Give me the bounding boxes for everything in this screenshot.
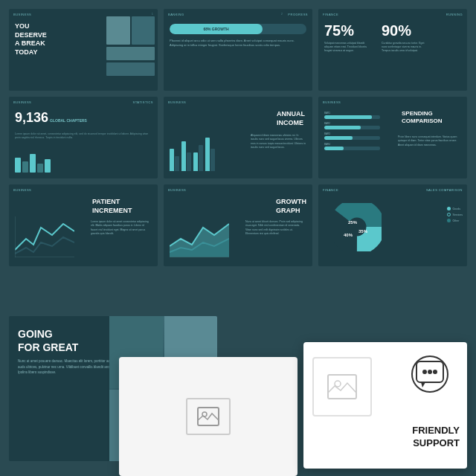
legend-goods: Goods <box>447 207 463 210</box>
svg-text:40%: 40% <box>344 233 353 237</box>
slide-6-title: SPENDINGCOMPARISON <box>402 110 461 126</box>
svg-point-15 <box>335 381 341 387</box>
slide-annual-income[interactable]: BUSINESS ANNUALINCOME Aliquam id diam ma… <box>164 97 312 178</box>
slide-2-label: BANKING <box>168 13 184 16</box>
slide-8-desc: Nunc ut amet loborti donsec. Proin sed a… <box>245 220 306 236</box>
slide-1-label: BUSINESS <box>13 13 31 16</box>
slide-patient[interactable]: BUSINESS PATIENTINCREMENT Lorem ipsum do… <box>9 184 158 266</box>
legend-other: Other <box>447 219 463 222</box>
going-content: GOINGFOR GREAT Nunc at amet posuere dans… <box>18 327 115 375</box>
slide-2-right-label: PROGRESS <box>288 13 308 16</box>
bar-2 <box>22 161 28 173</box>
going-desc: Nunc at amet posuere dansac. Maecitas el… <box>18 358 115 375</box>
bc-bar-3a <box>193 152 198 171</box>
slide-spending[interactable]: BUSINESS SPENDINGCOMPARISON Proin libero… <box>318 97 467 178</box>
stat-sub: GLOBAL CHAPTERS <box>50 118 87 123</box>
slide-friendly-support[interactable]: FRIENDLYSUPPORT <box>303 342 467 469</box>
hbar-row-2: BAR2 <box>324 122 380 129</box>
slide-1-images <box>106 16 155 76</box>
slide-statistics[interactable]: BUSINESS STATISTICS 9,136GLOBAL CHAPTERS… <box>9 97 158 178</box>
friendly-support-title: FRIENDLYSUPPORT <box>412 425 460 450</box>
bc-bar-4b <box>210 149 215 171</box>
bar-3 <box>30 154 36 173</box>
big-num-1: 75% Volutpat maecenas volutpat blandit a… <box>324 22 373 53</box>
slide-3-label: FINANCE <box>323 13 338 16</box>
bc-bar-2b <box>187 152 191 171</box>
bar-5 <box>45 159 51 173</box>
slide-9-label: FINANCE <box>323 188 338 192</box>
slide-1-num: 1 <box>152 12 153 16</box>
slide-8-title: GROWTHGRAPH <box>276 198 306 215</box>
slide-4-desc: Lorem ipsum dolor sit amet, consectetur … <box>15 132 152 141</box>
legend-services: Services <box>447 213 463 216</box>
slide-4-bars <box>15 154 51 173</box>
slide-4-label: BUSINESS <box>13 100 31 104</box>
slide-5-bar-chart <box>170 130 229 171</box>
svg-point-18 <box>428 370 432 374</box>
slide-7-line-chart <box>15 216 74 257</box>
chat-icon <box>411 356 448 393</box>
slide-2-num: 2 <box>281 12 283 16</box>
progress-description: Placerat id aliquet arcu odio ut sem nul… <box>170 39 306 47</box>
slides-grid: BUSINESS 1 YOUDESERVEA BREAKTODAY BANKIN… <box>0 0 476 266</box>
slide-sales[interactable]: FINANCE SALES COMPARISON 25% 35% 40% Goo… <box>318 184 467 266</box>
slide-5-label: BUSINESS <box>168 100 186 104</box>
bc-bar-1a <box>170 149 174 171</box>
slide-1-title: YOUDESERVEA BREAKTODAY <box>15 22 47 57</box>
progress-bar-fill: 68% GROWTH <box>170 24 263 34</box>
slide-7-label: BUSINESS <box>13 188 31 192</box>
slide-growth[interactable]: BUSINESS GROWTHGRAPH Nunc ut amet lobort… <box>164 184 312 266</box>
slide-5-desc: Aliquam id diam maecenas ultricies mi. I… <box>251 134 306 149</box>
slide-3-numbers: 75% Volutpat maecenas volutpat blandit a… <box>324 22 430 53</box>
slide-9-legend: Goods Services Other <box>447 207 463 225</box>
slide-6-desc: Proin libero nunc consequat interdum. Va… <box>398 135 461 147</box>
legend-dot-services <box>447 213 451 216</box>
svg-rect-14 <box>328 375 356 399</box>
going-title: GOINGFOR GREAT <box>18 327 115 354</box>
bar-1 <box>15 158 21 173</box>
progress-bar-text: 68% GROWTH <box>203 27 228 31</box>
svg-marker-20 <box>421 382 425 387</box>
svg-text:25%: 25% <box>348 220 358 225</box>
svg-point-19 <box>433 370 437 374</box>
slide-4-right-label: STATISTICS <box>132 100 153 104</box>
big-num-2: 90% Curabitur gravida arcu ac tortor. Eg… <box>382 22 430 53</box>
bc-bar-2a <box>181 141 186 171</box>
slide-medium-image[interactable] <box>119 357 298 476</box>
slide-6-horiz-bars: BAR1 BAR2 BAR3 BAR4 <box>324 112 380 153</box>
medium-image-placeholder <box>186 398 231 435</box>
hbar-row-3: BAR3 <box>324 132 380 140</box>
svg-point-17 <box>422 370 427 374</box>
slide-4-number: 9,136GLOBAL CHAPTERS <box>15 110 87 126</box>
hbar-row-1: BAR1 <box>324 112 380 119</box>
slide-5-title: ANNUALINCOME <box>277 110 305 127</box>
white-image-area <box>312 357 372 416</box>
slide-you-deserve[interactable]: BUSINESS 1 YOUDESERVEA BREAKTODAY <box>9 9 158 91</box>
slide-2-progress: 68% GROWTH Placerat id aliquet arcu odio… <box>170 24 306 47</box>
legend-dot-other <box>447 219 451 222</box>
slide-9-right-label: SALES COMPARISON <box>426 188 463 192</box>
bc-bar-1b <box>175 156 179 171</box>
slide-9-pie: 25% 35% 40% <box>333 203 382 251</box>
bc-bar-3b <box>199 145 203 171</box>
bottom-section: GOINGFOR GREAT Nunc at amet posuere dans… <box>0 305 476 476</box>
slide-7-desc: Lorem ipsum dolor sit amet consectetur a… <box>91 220 152 236</box>
bc-bar-4a <box>205 138 210 171</box>
hbar-row-4: BAR4 <box>324 143 380 150</box>
slide-8-label: BUSINESS <box>168 188 186 192</box>
slide-3-right-label: RUNNING <box>446 13 463 16</box>
slide-7-title: PATIENTINCREMENT <box>92 198 152 215</box>
slide-progress[interactable]: BANKING PROGRESS 2 68% GROWTH Placerat i… <box>164 9 312 91</box>
bar-4 <box>37 164 43 173</box>
slide-8-area-chart <box>170 216 229 257</box>
slide-6-label: BUSINESS <box>323 100 341 104</box>
slide-running[interactable]: FINANCE RUNNING 75% Volutpat maecenas vo… <box>318 9 467 91</box>
svg-text:35%: 35% <box>358 229 368 234</box>
progress-bar-bg: 68% GROWTH <box>170 24 306 34</box>
legend-dot-goods <box>447 207 451 210</box>
